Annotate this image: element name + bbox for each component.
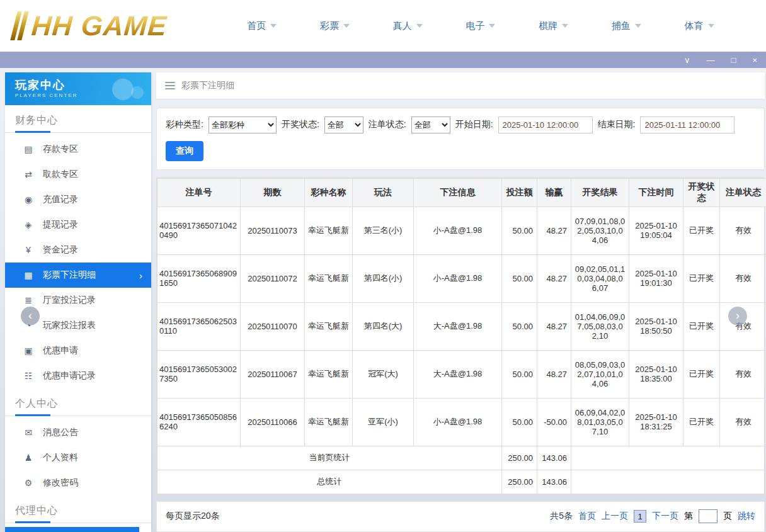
page-size-text: 每页显示20条 <box>166 511 220 522</box>
lottery-bet-detail-icon: ▦ <box>23 270 34 280</box>
nav-label: 真人 <box>393 20 412 32</box>
chevron-down-icon <box>635 24 641 28</box>
nav-label: 棋牌 <box>539 20 557 32</box>
cell-winloss: 48.27 <box>537 254 571 302</box>
carousel-right-arrow-icon[interactable]: › <box>728 307 747 325</box>
pager: 共5条 首页 上一页 1 下一页 第 页 跳转 <box>550 509 755 523</box>
cell-lottery-name: 幸运飞艇新 <box>305 302 353 350</box>
cell-order-id: 401569173650625030110 <box>157 302 241 350</box>
promo-apply-icon: ▣ <box>23 346 34 356</box>
nav-item-live[interactable]: 真人 <box>393 20 423 32</box>
cell-bet-time: 2025-01-10 18:31:25 <box>629 398 683 446</box>
nav-item-fishing[interactable]: 捕鱼 <box>612 20 641 32</box>
start-date-label: 开始日期: <box>455 119 493 130</box>
sidebar-item-profile[interactable]: ♟ 个人资料 <box>5 445 151 470</box>
current-page-badge: 1 <box>634 510 646 523</box>
window-close-icon[interactable]: × <box>752 56 757 64</box>
withdraw-icon: ⇄ <box>23 169 34 179</box>
window-minimize-icon[interactable]: — <box>707 56 715 64</box>
page-summary-row: 当前页统计 250.00 143.06 <box>157 446 766 470</box>
deposit-icon: ▤ <box>23 144 34 154</box>
window-chevron-icon[interactable]: ∨ <box>684 56 690 64</box>
table-header-row: 注单号 期数 彩种名称 玩法 下注信息 投注额 输赢 开奖结果 下注时间 开奖状… <box>157 178 766 207</box>
sidebar-item-funds-record[interactable]: ¥ 资金记录 <box>5 237 151 263</box>
prev-page-link[interactable]: 上一页 <box>602 511 628 522</box>
cell-period: 20250110067 <box>241 350 305 398</box>
col-header-draw-status: 开奖状态 <box>683 178 720 207</box>
jump-button[interactable]: 跳转 <box>738 511 755 522</box>
app-window: HH GAME 首页 彩票 真人 电子 棋牌 <box>0 0 766 532</box>
draw-status-select[interactable]: 全部 <box>324 116 363 133</box>
sidebar-item-label: 玩家投注报表 <box>43 320 96 331</box>
page-summary-bet: 250.00 <box>502 446 537 470</box>
sidebar-item-promo-apply-record[interactable]: ☷ 优惠申请记录 <box>5 363 151 388</box>
sidebar-item-withdrawal-record[interactable]: ◈ 提现记录 <box>5 212 151 237</box>
sidebar: 玩家中心 PLAYERS CENTER 财务中心 ▤ 存款专区 ⇄ 取款专区 ◉… <box>5 72 151 532</box>
nav-item-cards[interactable]: 棋牌 <box>539 20 568 32</box>
sidebar-item-lottery-bet-detail[interactable]: ▦ 彩票下注明细 › <box>5 263 151 288</box>
workspace: 玩家中心 PLAYERS CENTER 财务中心 ▤ 存款专区 ⇄ 取款专区 ◉… <box>0 68 766 532</box>
chevron-down-icon <box>343 24 350 28</box>
chevron-down-icon <box>270 24 277 28</box>
section-title-agent: 代理中心 <box>5 495 151 523</box>
total-count: 共5条 <box>550 511 573 522</box>
section-title-personal: 个人中心 <box>5 388 151 416</box>
user-icon: ♟ <box>23 453 34 463</box>
col-header-order-id: 注单号 <box>157 178 241 207</box>
sidebar-item-change-password[interactable]: ⚙ 修改密码 <box>5 470 151 495</box>
sidebar-item-label: 个人资料 <box>43 452 78 463</box>
first-page-link[interactable]: 首页 <box>578 511 596 522</box>
cell-period: 20250110073 <box>241 207 305 254</box>
sidebar-item-label: 优惠申请 <box>43 345 78 356</box>
col-header-play: 玩法 <box>353 178 414 207</box>
carousel-left-arrow-icon[interactable]: ‹ <box>21 307 40 325</box>
end-date-input[interactable] <box>640 116 735 133</box>
nav-item-sports[interactable]: 体育 <box>685 20 714 32</box>
section-underline <box>5 132 151 133</box>
sidebar-item-label: 取款专区 <box>43 169 78 180</box>
nav-item-slots[interactable]: 电子 <box>466 20 495 32</box>
nav-item-home[interactable]: 首页 <box>247 20 277 32</box>
logo[interactable]: HH GAME <box>11 10 200 42</box>
window-titlebar: ∨ — □ × <box>0 52 766 68</box>
players-center-banner: 玩家中心 PLAYERS CENTER <box>5 72 151 105</box>
page-jump-input[interactable] <box>699 509 717 523</box>
sidebar-item-withdraw[interactable]: ⇄ 取款专区 <box>5 162 151 187</box>
draw-status-label: 开奖状态: <box>282 119 319 130</box>
cell-bet-info: 大-A盘@1.98 <box>414 350 502 398</box>
sidebar-item-messages[interactable]: ✉ 消息公告 <box>5 420 151 445</box>
window-maximize-icon[interactable]: □ <box>731 56 736 64</box>
cell-draw-result: 08,05,09,03,02,07,10,01,04,06 <box>571 350 629 398</box>
cell-bet-info: 大-A盘@1.98 <box>414 302 502 350</box>
cell-bet-time: 2025-01-10 19:05:04 <box>629 207 683 254</box>
next-page-link[interactable]: 下一页 <box>652 511 678 522</box>
sidebar-item-deposit[interactable]: ▤ 存款专区 <box>5 137 151 162</box>
cell-draw-status: 已开奖 <box>683 398 720 446</box>
cell-winloss: 48.27 <box>537 350 571 398</box>
recharge-record-icon: ◉ <box>23 195 34 205</box>
cell-lottery-name: 幸运飞艇新 <box>305 350 353 398</box>
start-date-input[interactable] <box>498 116 593 133</box>
col-header-draw-result: 开奖结果 <box>571 178 629 207</box>
total-summary-bet: 250.00 <box>502 470 537 494</box>
nav-label: 首页 <box>247 20 266 32</box>
cell-bet-info: 小-A盘@1.98 <box>414 254 502 302</box>
table-row: 401569173650710420490 20250110073 幸运飞艇新 … <box>157 207 766 254</box>
sidebar-item-recharge-record[interactable]: ◉ 充值记录 <box>5 187 151 212</box>
lottery-type-select[interactable]: 全部彩种 <box>209 116 277 133</box>
nav-item-lottery[interactable]: 彩票 <box>320 20 350 32</box>
cell-draw-status: 已开奖 <box>683 350 720 398</box>
query-button[interactable]: 查询 <box>166 141 203 161</box>
cell-lottery-name: 幸运飞艇新 <box>305 207 353 254</box>
cell-period: 20250110066 <box>241 398 305 446</box>
sidebar-item-promo-apply[interactable]: ▣ 优惠申请 <box>5 338 151 363</box>
cell-bet-info: 小-A盘@1.98 <box>414 398 502 446</box>
withdrawal-record-icon: ◈ <box>23 220 34 230</box>
page-summary-empty <box>571 446 766 470</box>
sidebar-item-label: 消息公告 <box>43 427 78 438</box>
sidebar-item-label: 充值记录 <box>43 194 78 205</box>
order-status-select[interactable]: 全部 <box>411 116 450 133</box>
sidebar-item-label: 彩票下注明细 <box>43 269 96 281</box>
page-summary-winloss: 143.06 <box>537 446 571 470</box>
nav-label: 体育 <box>685 20 704 32</box>
